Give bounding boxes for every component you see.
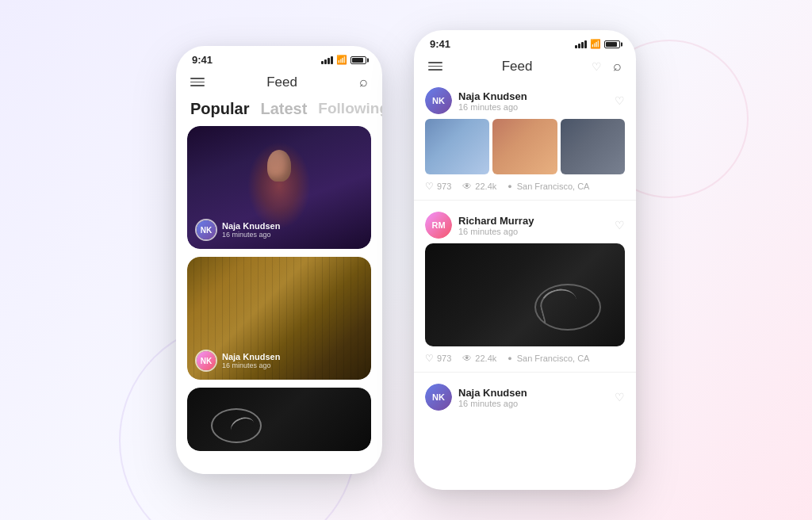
tab-latest[interactable]: Latest <box>260 100 307 118</box>
heart-icon-post-3[interactable]: ♡ <box>615 391 625 403</box>
menu-button-right[interactable] <box>428 62 442 71</box>
post-user-name-2: Richard Murray <box>458 215 534 227</box>
location-stat-2: ● San Francisco, CA <box>508 354 589 363</box>
likes-count-2: 973 <box>437 354 451 363</box>
signal-icon <box>321 56 333 64</box>
heart-icon-post-2[interactable]: ♡ <box>615 219 625 231</box>
card-user-overlay-2: NK Naja Knudsen 16 minutes ago <box>195 350 280 372</box>
post-image-grid <box>414 119 636 174</box>
status-icons-right: 📶 <box>575 39 620 49</box>
views-count-2: 22.4k <box>475 354 496 363</box>
views-stat-2: 👁 22.4k <box>462 353 496 364</box>
menu-button[interactable] <box>190 78 205 86</box>
tab-following[interactable]: Following <box>318 100 382 118</box>
post-user-3-right: NK Naja Knudsen 16 minutes ago <box>425 384 527 411</box>
signal-icon-right <box>575 40 587 48</box>
location-text-2: San Francisco, CA <box>517 354 590 363</box>
post-user-1-right: NK Naja Knudsen 16 minutes ago <box>425 87 527 114</box>
card-user-time-2: 16 minutes ago <box>222 361 280 369</box>
eye-stat-icon-1: 👁 <box>462 181 472 192</box>
post-user-time-1: 16 minutes ago <box>458 102 527 112</box>
eye-stat-icon-2: 👁 <box>462 353 472 364</box>
heart-stat-icon-1: ♡ <box>425 181 434 192</box>
post-stats-1: ♡ 973 👁 22.4k ● San Francisco, CA <box>414 174 636 192</box>
tab-popular[interactable]: Popular <box>190 100 249 118</box>
feed-left: NK Naja Knudsen 16 minutes ago NK Naj <box>176 126 382 459</box>
card-user-name-1: Naja Knudsen <box>222 221 280 231</box>
phone-left: 9:41 📶 Feed ⌕ <box>176 46 382 474</box>
location-stat-1: ● San Francisco, CA <box>508 182 589 191</box>
card-user-text-2: Naja Knudsen 16 minutes ago <box>222 352 280 369</box>
avatar-right-3: NK <box>425 384 452 411</box>
card-user-overlay-1: NK Naja Knudsen 16 minutes ago <box>195 219 280 241</box>
post-user-name-1: Naja Knudsen <box>458 90 527 102</box>
location-icon-2: ● <box>508 354 511 362</box>
avatar-right-2: RM <box>425 212 452 239</box>
grid-image-2 <box>492 119 557 174</box>
status-icons-left: 📶 <box>321 55 366 65</box>
time-left: 9:41 <box>192 54 213 66</box>
post-image-bike-right <box>425 243 625 346</box>
battery-icon <box>350 56 366 64</box>
post-header-1-right: NK Naja Knudsen 16 minutes ago ♡ <box>414 81 636 119</box>
grid-image-1 <box>425 119 489 174</box>
location-text-1: San Francisco, CA <box>517 182 590 191</box>
post-user-name-3: Naja Knudsen <box>458 387 527 399</box>
search-icon-left[interactable]: ⌕ <box>359 74 368 90</box>
likes-count-1: 973 <box>437 182 451 191</box>
post-item-1-right: NK Naja Knudsen 16 minutes ago ♡ ♡ <box>414 81 636 201</box>
battery-icon-right <box>604 40 620 48</box>
avatar-2: NK <box>195 350 217 372</box>
status-bar-right: 9:41 📶 <box>414 30 636 53</box>
avatar-right-1: NK <box>425 87 452 114</box>
post-user-time-3: 16 minutes ago <box>458 399 527 408</box>
feed-card-1[interactable]: NK Naja Knudsen 16 minutes ago <box>187 126 371 249</box>
time-right: 9:41 <box>430 38 450 50</box>
post-image-bike-small <box>187 388 371 451</box>
heart-stat-icon-2: ♡ <box>425 353 434 364</box>
avatar-1: NK <box>195 219 217 241</box>
wifi-icon: 📶 <box>336 55 347 65</box>
status-bar-left: 9:41 📶 <box>176 46 382 69</box>
likes-stat-1: ♡ 973 <box>425 181 451 192</box>
views-stat-1: 👁 22.4k <box>462 181 496 192</box>
post-header-2-right: RM Richard Murray 16 minutes ago ♡ <box>414 205 636 243</box>
feed-card-2[interactable]: NK Naja Knudsen 16 minutes ago <box>187 257 371 380</box>
phone-right: 9:41 📶 Feed <box>414 30 636 490</box>
heart-icon-post-1[interactable]: ♡ <box>615 94 625 107</box>
nav-title-left: Feed <box>266 75 297 90</box>
post-item-3-right: NK Naja Knudsen 16 minutes ago ♡ <box>414 377 636 411</box>
post-user-info-3: Naja Knudsen 16 minutes ago <box>458 387 527 408</box>
search-icon-right[interactable]: ⌕ <box>613 58 622 75</box>
post-user-2-right: RM Richard Murray 16 minutes ago <box>425 212 534 239</box>
likes-stat-2: ♡ 973 <box>425 353 451 364</box>
card-user-time-1: 16 minutes ago <box>222 231 280 239</box>
feed-card-3[interactable] <box>187 388 371 451</box>
grid-image-3 <box>561 119 625 174</box>
phones-container: 9:41 📶 Feed ⌕ <box>176 30 636 490</box>
nav-title-right: Feed <box>502 59 533 75</box>
views-count-1: 22.4k <box>475 182 496 191</box>
post-user-info-2: Richard Murray 16 minutes ago <box>458 215 534 236</box>
card-user-text-1: Naja Knudsen 16 minutes ago <box>222 221 280 239</box>
post-item-2-right: RM Richard Murray 16 minutes ago ♡ ♡ 973 <box>414 205 636 373</box>
nav-bar-right: Feed ♡ ⌕ <box>414 53 636 81</box>
location-icon-1: ● <box>508 182 511 190</box>
post-stats-2: ♡ 973 👁 22.4k ● San Francisco, CA <box>414 346 636 364</box>
nav-right-icons: ♡ ⌕ <box>592 58 622 75</box>
post-user-info-1: Naja Knudsen 16 minutes ago <box>458 90 527 112</box>
card-user-name-2: Naja Knudsen <box>222 352 280 361</box>
heart-icon-nav[interactable]: ♡ <box>592 60 602 73</box>
post-user-time-2: 16 minutes ago <box>458 227 534 236</box>
tabs-left: Popular Latest Following <box>176 97 382 126</box>
nav-bar-left: Feed ⌕ <box>176 69 382 97</box>
wifi-icon-right: 📶 <box>590 39 601 49</box>
